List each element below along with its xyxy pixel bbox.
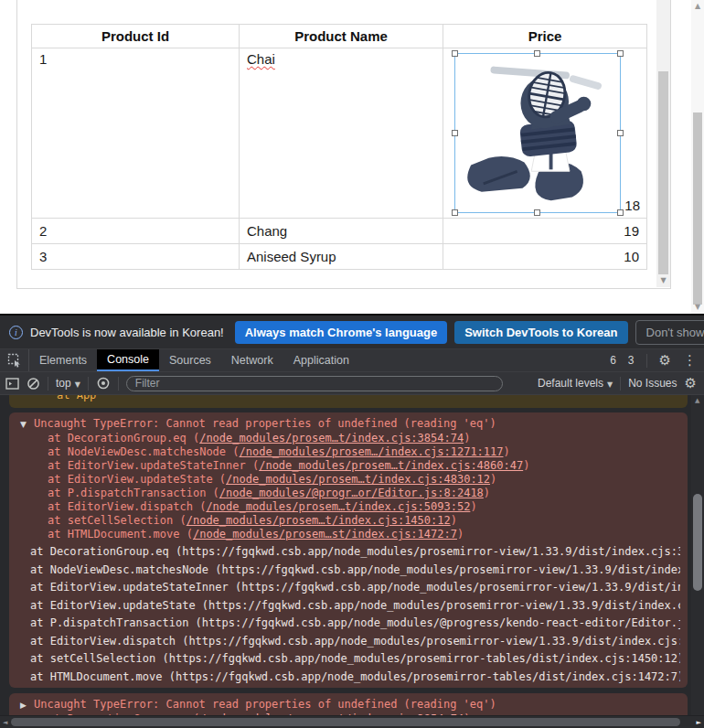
cell-product-id[interactable]: 1 <box>32 48 240 219</box>
source-link[interactable]: /node_modules/@progr…or/Editor.js:8:2418 <box>219 487 484 499</box>
log-levels-dropdown[interactable]: Default levels▼ <box>538 377 613 390</box>
scroll-left-icon[interactable]: ◄ <box>3 719 7 726</box>
cell-product-name[interactable]: Aniseed Syrup <box>240 244 443 270</box>
tab-sources[interactable]: Sources <box>159 349 221 371</box>
source-link[interactable]: /node_modules/prosem…t/index.cjs:1450:12 <box>187 514 451 527</box>
cell-product-name[interactable]: Chai <box>240 48 443 219</box>
raw-stack-frame: at EditorView.updateStateInner (https://… <box>30 579 680 597</box>
stack-frame: at P.dispatchTransaction (/node_modules/… <box>48 487 680 500</box>
tab-network[interactable]: Network <box>221 349 283 371</box>
raw-stack-frame: at setCellSelection (https://fgqkwd.csb.… <box>30 650 680 669</box>
cell-price-value[interactable]: 18 <box>624 198 640 213</box>
console-sidebar-icon[interactable] <box>5 378 19 390</box>
scroll-up-icon[interactable]: ▲ <box>691 2 704 11</box>
expand-triangle-icon[interactable]: ▶ <box>20 698 34 712</box>
header-price[interactable]: Price <box>443 25 647 48</box>
match-language-button[interactable]: Always match Chrome's language <box>235 321 447 344</box>
kendo-fighter-image[interactable] <box>456 55 619 211</box>
chevron-down-icon: ▼ <box>75 380 80 389</box>
stack-frame: at EditorView.updateStateInner (/node_mo… <box>48 459 680 473</box>
switch-to-korean-button[interactable]: Switch DevTools to Korean <box>454 321 627 344</box>
resize-handle-sw[interactable] <box>452 209 458 216</box>
resize-handle-ne[interactable] <box>617 50 624 57</box>
source-link[interactable]: /node_modules/prosem…/index.cjs:1271:117 <box>240 445 504 458</box>
product-table: Product Id Product Name Price 1 Chai <box>31 24 647 270</box>
error-text: Uncaught TypeError: Cannot read properti… <box>34 417 496 430</box>
devtools-tabbar: Elements Console Sources Network Applica… <box>0 349 704 372</box>
source-link[interactable]: /node_modules/prosem…t/index.cjs:4830:12 <box>226 473 490 486</box>
divider <box>118 377 119 391</box>
source-link[interactable]: /node_modules/prosem…st/index.cjs:1472:7 <box>193 528 457 541</box>
inspect-element-icon[interactable] <box>0 349 29 371</box>
collapse-triangle-icon[interactable]: ▼ <box>20 417 34 432</box>
resize-handle-s[interactable] <box>534 209 540 216</box>
raw-stack-frame: at NodeViewDesc.matchesNode (https://fgq… <box>30 562 680 580</box>
tab-application[interactable]: Application <box>283 349 359 371</box>
devtools-panel: i DevTools is now available in Korean! A… <box>0 314 704 728</box>
error-count: 6 <box>610 354 616 367</box>
cell-price-value[interactable]: 19 <box>443 219 647 244</box>
source-link[interactable]: /node_modules/prosem…t/index.cjs:3854:74 <box>199 432 464 444</box>
scroll-down-icon[interactable]: ▼ <box>656 276 670 285</box>
chevron-down-icon: ▼ <box>607 380 613 389</box>
warning-stack-frame: at App <box>57 395 680 402</box>
console-hscroll-thumb[interactable] <box>11 718 680 726</box>
error-text: Uncaught TypeError: Cannot read properti… <box>34 698 496 711</box>
image-selection-box[interactable] <box>454 53 621 213</box>
resize-handle-e[interactable] <box>617 130 624 136</box>
cell-product-id[interactable]: 2 <box>32 219 240 244</box>
cell-price-with-image[interactable]: 18 <box>443 48 647 219</box>
resize-handle-n[interactable] <box>534 50 540 57</box>
console-horizontal-scrollbar[interactable]: ◄ ► <box>0 715 704 728</box>
rich-text-editor-panel: Product Id Product Name Price 1 Chai <box>16 0 671 289</box>
table-row: 2 Chang 19 <box>32 219 647 244</box>
settings-gear-icon[interactable]: ⚙ <box>659 352 671 369</box>
header-product-id[interactable]: Product Id <box>32 25 240 48</box>
source-link[interactable]: /node_modules/prosem…t/index.cjs:5093:52 <box>206 500 470 513</box>
raw-stack-frame: at EditorView.updateState (https://fgqkw… <box>30 597 680 616</box>
issues-counter[interactable]: No Issues <box>628 377 677 390</box>
divider <box>646 354 647 368</box>
scroll-right-icon[interactable]: ► <box>697 719 701 726</box>
page-scrollbar-thumb[interactable] <box>693 112 702 305</box>
console-vscroll-thumb[interactable] <box>693 494 702 591</box>
misspelled-word[interactable]: Chai <box>247 51 275 67</box>
cell-price-value[interactable]: 10 <box>443 244 647 270</box>
tab-console[interactable]: Console <box>97 349 159 371</box>
stack-frame: at NodeViewDesc.matchesNode (/node_modul… <box>48 445 680 459</box>
divider <box>620 377 621 391</box>
context-selector[interactable]: top▼ <box>56 377 80 390</box>
editor-scrollbar-thumb[interactable] <box>658 71 668 274</box>
scroll-down-icon[interactable]: ▼ <box>691 303 704 312</box>
page-scrollbar[interactable]: ▲ ▼ <box>691 0 704 314</box>
editor-scrollbar[interactable]: ▼ <box>656 0 670 287</box>
clear-console-icon[interactable] <box>27 377 40 391</box>
tab-elements[interactable]: Elements <box>29 349 97 371</box>
cell-product-id[interactable]: 3 <box>32 244 240 270</box>
console-toolbar: top▼ Default levels▼ No Issues ⚙ <box>0 372 704 395</box>
info-icon: i <box>9 326 23 339</box>
devtools-language-infobar: i DevTools is now available in Korean! A… <box>0 316 704 349</box>
stack-frame: at setCellSelection (/node_modules/prose… <box>48 514 680 528</box>
warning-count: 3 <box>628 354 635 367</box>
console-filter-input[interactable] <box>126 376 503 391</box>
cell-product-name[interactable]: Chang <box>240 219 443 244</box>
table-row: 3 Aniseed Syrup 10 <box>32 244 647 270</box>
live-expression-eye-icon[interactable] <box>96 376 111 391</box>
resize-handle-nw[interactable] <box>452 50 458 57</box>
resize-handle-se[interactable] <box>617 209 624 216</box>
screen: Product Id Product Name Price 1 Chai <box>0 0 704 728</box>
divider <box>48 377 48 391</box>
divider <box>88 377 89 391</box>
console-vertical-scrollbar[interactable]: ▲ ▼ <box>691 395 704 728</box>
dont-show-again-button[interactable]: Don't show again <box>635 320 704 345</box>
expanded-raw-stack: at DecorationGroup.eq (https://fgqkwd.cs… <box>30 543 680 686</box>
more-options-icon[interactable]: ⋮ <box>683 352 697 369</box>
header-product-name[interactable]: Product Name <box>240 25 443 48</box>
console-settings-gear-icon[interactable]: ⚙ <box>685 375 697 391</box>
table-row: 1 Chai <box>32 48 647 219</box>
scroll-up-icon[interactable]: ▲ <box>695 397 699 404</box>
console-warning-message: at App <box>9 395 688 408</box>
resize-handle-w[interactable] <box>452 130 458 136</box>
source-link[interactable]: /node_modules/prosem…t/index.cjs:4860:47 <box>259 459 523 472</box>
